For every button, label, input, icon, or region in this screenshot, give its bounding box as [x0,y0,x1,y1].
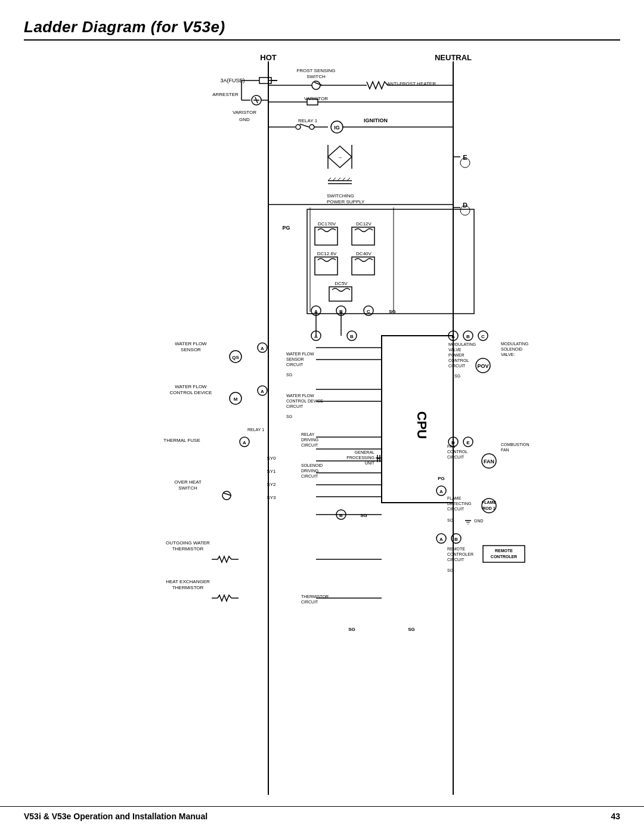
wfcd-label: WATER FLOW [175,384,207,389]
relay-driving-label3: CIRCUIT [301,443,318,447]
flame-detect-label3: CIRCUIT [447,507,465,511]
a-flame: A [439,489,443,494]
svg-point-28 [296,125,301,129]
solenoid-driving-label2: DRIVING [301,469,318,473]
mod-valve-circuit4: CONTROL [448,358,469,363]
thermistor-circuit-label2: CIRCUIT [301,600,318,604]
switching-ps-label2: POWER SUPPLY [327,199,365,205]
wfcdc-label3: CIRCUIT [286,404,304,408]
solenoid-driving-label3: CIRCUIT [301,474,318,478]
e-label: E [463,154,467,161]
dc170v-label: DC170V [318,221,336,227]
frost-sensing-label: FROST SENSING [296,68,335,73]
overheat-label2: SWITCH [178,485,197,491]
svg-point-14 [312,81,320,89]
sg-bottom1: SG [348,627,355,632]
a-remote: A [439,537,443,542]
sg-wfcd: SG [286,414,292,419]
sy3-label: SY3 [267,495,276,500]
b-remote: B [454,537,458,542]
varistor-label: VARISTOR [233,110,256,115]
cpu-label: CPU [414,411,429,439]
switching-ps-label: SWITCHING [327,193,354,199]
page-footer: V53i & V53e Operation and Installation M… [0,806,644,821]
qs-label: QS [232,355,239,360]
wfs-circuit-label: WATER FLOW [286,352,314,356]
remote-ctrl-circuit-label: REMOTE [447,547,465,551]
sg-bottom-left: SG [360,513,367,518]
neutral-label: NEUTRAL [435,53,472,62]
diagram-area: HOT NEUTRAL 3A(FUSE) ARRESTER [24,49,620,807]
mod-sol-label: MODULATING [501,342,528,346]
flame-rod-label2: ROD 1 [482,506,496,510]
a-label-right-top: A [451,334,455,339]
d-label: D [463,202,467,209]
wfcd-label2: CONTROL DEVICE [170,390,212,395]
dc12-6v-label: DC12.6V [317,251,337,256]
svg-line-29 [300,124,309,127]
m-label: M [234,397,238,402]
outgoing-therm-label2: THERMISTOR [172,546,204,552]
dc5v-label: DC5V [335,281,348,286]
wfs-circuit-label3: CIRCUIT [286,363,304,367]
dc12v-label: DC12V [356,221,371,227]
page-title: Ladder Diagram (for V53e) [24,18,620,36]
flame-rod-label: FLAME [482,500,496,504]
outgoing-therm-label: OUTGOING WATER [166,540,210,546]
sy0-label: SY0 [267,456,276,461]
sg-mv: SG [454,374,460,378]
water-flow-sensor-label: WATER FLOW [175,341,207,346]
footer-page-number: 43 [611,812,620,821]
hot-label: HOT [260,53,277,62]
arrow-sym: → [338,154,343,160]
gpu-label3: UNIT [365,461,375,465]
thermal-fuse-label: THERMAL FUSE [163,438,200,443]
svg-point-76 [222,491,231,500]
ignition-label: IGNITION [364,117,388,123]
wfs-circuit-label2: SENSOR [286,357,304,361]
pov-label: POV [477,363,488,369]
heat-exch-therm-label: HEAT EXCHANGER [166,579,210,584]
overheat-label: OVER HEAT [174,479,202,485]
b-bottom: B [339,513,343,518]
combustion-fan-label2: FAN [501,448,509,452]
mod-valve-circuit5: CIRCUIT [448,364,466,368]
gnd-flame: GND [474,519,484,523]
heat-exch-therm-label2: THERMISTOR [172,585,204,590]
solenoid-driving-label: SOLENOID [301,463,323,467]
frost-sensing-label2: SWITCH [306,74,326,79]
remote-ctrl-circuit-label2: CONTROLER [447,552,473,556]
sy2-label: SY2 [267,482,276,487]
dc40v-label: DC40V [356,251,371,256]
fan-circuit-label: FAN [447,444,456,448]
remote-ctrl-circuit-label3: CIRCUIT [447,558,465,562]
fan-circuit-label2: CONTROL [447,450,467,454]
flame-detect-label2: DETECTING [447,501,471,506]
mod-valve-circuit: MODULATING [448,342,476,346]
water-flow-sensor-label2: SENSOR [181,347,201,352]
flame-detect-label: FLAME [447,496,462,500]
mod-valve-circuit3: POWER [448,353,464,357]
remote-ctrl-label: REMOTE [495,549,513,553]
a-wfcd: A [261,389,264,394]
svg-point-30 [309,125,314,129]
sg-bottom2: SG [408,627,415,632]
mod-sol-label2: SOLENOID [501,347,522,351]
mod-valve-circuit2: VALVE [448,348,462,352]
page-container: Ladder Diagram (for V53e) HOT NEUTRAL 3A… [0,0,644,833]
gpu-label: GENERAL [355,450,375,454]
sg-wfs: SG [286,373,292,377]
sy1-label: SY1 [267,469,276,474]
arrester-label: ARRESTER [212,92,239,97]
fan-label: FAN [484,459,494,465]
pg-flame: PG [438,476,445,481]
footer-manual-text: V53i & V53e Operation and Installation M… [24,812,208,821]
fan-circuit-label3: CIRCUIT [447,455,465,459]
gnd-label: GND [239,117,250,122]
b-label-right-top: B [466,334,470,339]
relay1-label: RELAY 1 [298,118,318,123]
mod-sol-label3: VALVE: [501,352,515,357]
relay-driving-label2: DRIVING [301,438,318,442]
c-label-right-top: C [481,334,485,339]
a-tf: A [243,440,246,445]
